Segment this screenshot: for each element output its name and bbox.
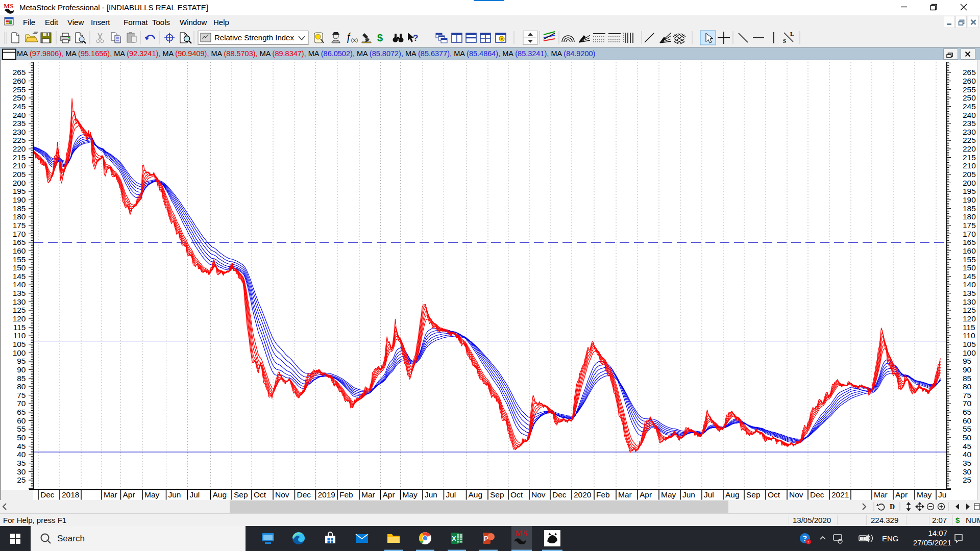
- svg-text:35: 35: [963, 459, 971, 467]
- svg-text:180: 180: [13, 212, 26, 221]
- svg-text:230: 230: [963, 128, 976, 136]
- svg-text:145: 145: [963, 272, 976, 281]
- svg-text:180: 180: [963, 212, 976, 221]
- svg-text:X: X: [452, 535, 456, 542]
- svg-text:200: 200: [13, 179, 26, 187]
- svg-text:Aug: Aug: [725, 490, 740, 499]
- svg-text:190: 190: [963, 195, 976, 204]
- svg-text:MS: MS: [4, 2, 14, 10]
- svg-text:145: 145: [13, 272, 26, 281]
- svg-text:100: 100: [963, 348, 976, 357]
- svg-text:Dec: Dec: [810, 490, 824, 499]
- svg-text:90: 90: [963, 365, 972, 374]
- svg-text:Apr: Apr: [123, 490, 135, 499]
- svg-text:95: 95: [963, 357, 971, 365]
- svg-text:220: 220: [13, 144, 26, 153]
- svg-text:105: 105: [13, 340, 26, 348]
- svg-text:150: 150: [963, 263, 976, 272]
- svg-text:60: 60: [963, 416, 972, 425]
- svg-text:25: 25: [963, 475, 971, 484]
- svg-text:D: D: [890, 503, 895, 511]
- svg-text:Jul: Jul: [704, 490, 714, 499]
- svg-text:185: 185: [13, 204, 26, 213]
- svg-text:Aug: Aug: [469, 490, 483, 499]
- svg-text:155: 155: [963, 255, 976, 264]
- svg-text:May: May: [144, 490, 160, 499]
- svg-text:Jun: Jun: [168, 490, 181, 499]
- svg-text:Oct: Oct: [510, 490, 523, 499]
- svg-text:?: ?: [413, 33, 418, 43]
- svg-text:Oct: Oct: [254, 490, 266, 499]
- svg-text:245: 245: [13, 102, 26, 111]
- svg-text:150: 150: [13, 263, 26, 272]
- svg-text:175: 175: [963, 221, 976, 230]
- svg-text:Dec: Dec: [552, 490, 567, 499]
- svg-text:130: 130: [963, 297, 976, 306]
- svg-text:230: 230: [13, 128, 26, 136]
- svg-text:25: 25: [17, 475, 26, 484]
- svg-text:Jun: Jun: [425, 490, 437, 499]
- svg-text:Mar: Mar: [874, 490, 888, 499]
- svg-text:120: 120: [963, 314, 976, 323]
- svg-text:215: 215: [13, 153, 26, 162]
- svg-text:160: 160: [13, 246, 26, 255]
- svg-text:14:07: 14:07: [928, 529, 947, 537]
- svg-text:!: !: [807, 540, 809, 544]
- svg-text:Apr: Apr: [640, 490, 652, 499]
- svg-text:210: 210: [13, 161, 26, 170]
- svg-text:May: May: [917, 490, 932, 499]
- svg-text:40: 40: [17, 450, 26, 459]
- svg-text:85: 85: [17, 374, 26, 383]
- svg-text:30: 30: [963, 467, 972, 476]
- svg-text:265: 265: [963, 68, 976, 77]
- svg-text:235: 235: [13, 119, 26, 128]
- svg-text:50: 50: [963, 433, 972, 442]
- svg-text:195: 195: [13, 187, 26, 195]
- svg-text:Jul: Jul: [190, 490, 200, 499]
- svg-text:$: $: [377, 32, 383, 43]
- svg-text:2019: 2019: [318, 490, 335, 499]
- svg-text:Sep: Sep: [234, 490, 248, 499]
- svg-text:210: 210: [963, 161, 976, 170]
- svg-text:L: L: [790, 31, 794, 37]
- svg-text:80: 80: [963, 382, 972, 391]
- svg-text:Jul: Jul: [446, 490, 456, 499]
- svg-text:Nov: Nov: [789, 490, 803, 499]
- svg-text:115: 115: [963, 323, 975, 332]
- svg-text:95: 95: [17, 357, 26, 365]
- svg-text:255: 255: [13, 85, 26, 94]
- svg-text:170: 170: [963, 230, 976, 238]
- svg-text:170: 170: [13, 230, 26, 238]
- svg-text:105: 105: [963, 340, 976, 348]
- svg-text:30: 30: [17, 467, 26, 476]
- svg-text:90: 90: [17, 365, 26, 374]
- svg-text:135: 135: [963, 289, 976, 297]
- svg-text:S: S: [783, 38, 786, 44]
- svg-text:220: 220: [963, 144, 976, 153]
- svg-text:Relative Strength Index: Relative Strength Index: [214, 33, 294, 42]
- svg-text:225: 225: [963, 136, 976, 144]
- svg-text:Apr: Apr: [895, 490, 908, 499]
- svg-text:80: 80: [17, 382, 26, 391]
- svg-text:130: 130: [13, 297, 26, 306]
- svg-text:75: 75: [963, 391, 971, 399]
- svg-text:185: 185: [963, 204, 976, 213]
- svg-text:245: 245: [963, 102, 976, 111]
- svg-text:260: 260: [963, 77, 976, 85]
- svg-text:ENG: ENG: [882, 534, 899, 543]
- svg-text:Mar: Mar: [618, 490, 632, 499]
- svg-text:Search: Search: [57, 534, 85, 543]
- svg-text:60: 60: [17, 416, 26, 425]
- svg-text:165: 165: [13, 238, 26, 246]
- svg-text:125: 125: [963, 306, 976, 314]
- svg-text:P: P: [484, 535, 488, 542]
- svg-text:250: 250: [963, 93, 976, 102]
- svg-text:235: 235: [963, 119, 976, 128]
- svg-text:Jun: Jun: [682, 490, 695, 499]
- svg-text:75: 75: [17, 391, 26, 399]
- svg-text:55: 55: [963, 424, 971, 433]
- svg-text:100: 100: [13, 348, 26, 357]
- svg-text:240: 240: [13, 111, 26, 119]
- svg-text:265: 265: [13, 68, 26, 77]
- svg-text:140: 140: [963, 280, 976, 289]
